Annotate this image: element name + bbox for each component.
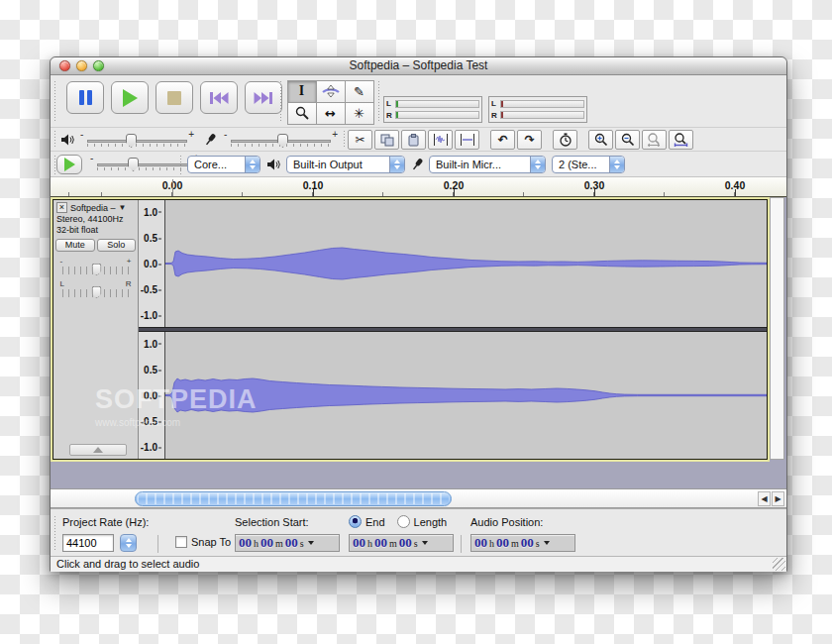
input-meter[interactable]: L R (488, 96, 587, 123)
audio-position-time[interactable]: 00h 00m 00s (470, 534, 575, 552)
device-toolbar-grip[interactable] (179, 155, 183, 174)
timefield-dropdown-icon[interactable] (308, 541, 314, 545)
tools-toolbar: I ✎ ↔ ✳ (287, 80, 373, 124)
play-at-speed-button[interactable] (56, 155, 82, 174)
audacity-window: Softpedia – Softpedia Test I (50, 56, 787, 572)
gain-slider[interactable]: - + (60, 258, 132, 277)
microphone-icon (204, 133, 216, 147)
input-meter-left-bar (500, 100, 584, 108)
zoom-out-button[interactable] (615, 130, 640, 150)
output-volume-slider[interactable]: - + (80, 131, 194, 149)
skip-to-start-button[interactable] (200, 81, 238, 114)
vertical-scrollbar[interactable] (770, 197, 784, 460)
minimize-window-button[interactable] (76, 60, 87, 71)
track-area[interactable]: × Softpedia – ▼ Stereo, 44100Hz 32-bit f… (51, 197, 786, 488)
vertical-ruler-right[interactable]: 1.0 0.5 0.0 -0.5 -1.0 (139, 332, 165, 459)
vertical-ruler-left[interactable]: 1.0 0.5 0.0 -0.5 -1.0 (139, 200, 165, 327)
selection-start-label: Selection Start: (235, 516, 309, 528)
track-close-button[interactable]: × (56, 202, 67, 213)
vruler-label: 1.0 (144, 206, 161, 217)
end-radio[interactable] (349, 515, 362, 528)
fit-project-button[interactable] (669, 130, 693, 150)
zoom-tool-button[interactable] (287, 102, 317, 125)
input-volume-slider[interactable]: - + (224, 131, 338, 149)
titlebar[interactable]: Softpedia – Softpedia Test (51, 57, 786, 75)
input-device-select[interactable]: Built-in Micr... (429, 156, 546, 173)
solo-button[interactable]: Solo (97, 239, 137, 252)
track-collapse-button[interactable] (69, 444, 127, 456)
track-control-panel[interactable]: × Softpedia – ▼ Stereo, 44100Hz 32-bit f… (53, 200, 139, 459)
snap-to-label: Snap To (191, 536, 231, 548)
timefield-dropdown-icon[interactable] (544, 541, 550, 545)
timeshift-tool-button[interactable]: ↔ (316, 102, 346, 125)
waveform-left[interactable] (165, 200, 767, 327)
paste-button[interactable] (401, 130, 426, 150)
pause-button[interactable] (66, 81, 104, 114)
mute-button[interactable]: Mute (55, 239, 95, 252)
undo-button[interactable]: ↶ (490, 130, 515, 150)
length-radio[interactable] (397, 515, 410, 528)
snap-to-checkbox[interactable] (175, 536, 187, 548)
status-bar: Click and drag to select audio (51, 556, 786, 572)
input-meter-left-label: L (491, 99, 498, 108)
waveform-right[interactable] (165, 332, 767, 459)
draw-tool-button[interactable]: ✎ (345, 80, 374, 103)
resize-grip[interactable] (773, 558, 785, 571)
speaker-icon (266, 159, 280, 170)
edit-toolbar: ✂ ↶ ↷ (348, 129, 693, 151)
pencil-icon: ✎ (354, 84, 364, 99)
project-rate-input[interactable] (62, 534, 114, 552)
edit-toolbar-grip[interactable] (343, 130, 347, 148)
vruler-label: -0.5 (141, 416, 161, 427)
meter-toolbar-grip[interactable] (377, 80, 381, 122)
play-icon (123, 89, 138, 107)
horizontal-scrollbar[interactable]: ◀ ▶ (51, 488, 786, 508)
track-menu-arrow-icon[interactable]: ▼ (119, 203, 127, 212)
selection-start-time[interactable]: 00h 00m 00s (235, 534, 340, 552)
tools-toolbar-grip[interactable] (279, 80, 283, 122)
copy-button[interactable] (374, 130, 399, 150)
length-radio-label: Length (414, 516, 448, 528)
output-device-select[interactable]: Built-in Output (286, 156, 405, 173)
scroll-left-button[interactable]: ◀ (758, 491, 771, 506)
cut-button[interactable]: ✂ (348, 130, 372, 150)
output-meter[interactable]: L R (383, 96, 482, 123)
redo-icon: ↷ (524, 133, 534, 147)
vruler-label: 0.0 (144, 390, 161, 401)
select-stepper-icon (245, 157, 260, 172)
timeline-ruler[interactable]: 0.00 0.10 0.20 0.30 0.40 (51, 177, 786, 197)
pan-slider[interactable]: L R (60, 280, 132, 300)
scroll-right-button[interactable]: ▶ (772, 491, 784, 506)
play-button[interactable] (111, 81, 149, 114)
sync-lock-button[interactable] (553, 130, 577, 150)
stop-icon (167, 91, 181, 105)
transport-toolbar-grip[interactable] (53, 80, 57, 122)
silence-audio-button[interactable] (455, 130, 479, 150)
multi-tool-button[interactable]: ✳ (345, 102, 374, 125)
input-channels-value: 2 (Ste... (553, 157, 603, 172)
selection-tool-button[interactable]: I (287, 80, 317, 103)
audio-track[interactable]: × Softpedia – ▼ Stereo, 44100Hz 32-bit f… (52, 199, 768, 460)
timefield-dropdown-icon[interactable] (422, 541, 428, 545)
zoom-window-button[interactable] (93, 60, 104, 71)
horizontal-scrollbar-thumb[interactable] (135, 491, 452, 506)
selection-toolbar-grip[interactable] (53, 515, 57, 551)
fit-selection-button[interactable] (642, 130, 667, 150)
stop-button[interactable] (156, 81, 193, 114)
select-stepper-icon (389, 157, 404, 172)
host-select[interactable]: Core... (187, 156, 260, 173)
skip-to-end-button[interactable] (245, 81, 282, 114)
fit-project-icon (674, 133, 688, 147)
project-rate-stepper[interactable] (120, 534, 137, 552)
slider-min-label: - (90, 153, 93, 163)
input-channels-select[interactable]: 2 (Ste... (552, 156, 625, 173)
trim-audio-button[interactable] (428, 130, 453, 150)
zoom-in-button[interactable] (588, 130, 613, 150)
redo-button[interactable]: ↷ (517, 130, 542, 150)
selection-end-time[interactable]: 00h 00m 00s (349, 534, 454, 552)
mixer-toolbar-grip[interactable] (53, 130, 57, 148)
envelope-tool-icon (322, 84, 340, 98)
microphone-icon (411, 158, 423, 171)
close-window-button[interactable] (59, 60, 70, 71)
envelope-tool-button[interactable] (316, 80, 346, 103)
